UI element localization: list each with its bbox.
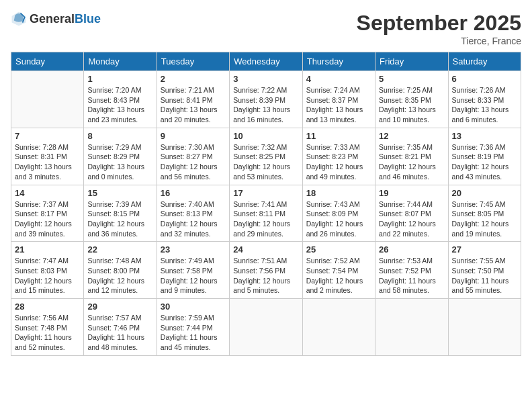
calendar-cell: 1Sunrise: 7:20 AM Sunset: 8:43 PM Daylig… bbox=[84, 71, 157, 128]
calendar-cell: 15Sunrise: 7:39 AM Sunset: 8:15 PM Dayli… bbox=[84, 185, 157, 242]
day-number: 15 bbox=[87, 188, 152, 198]
day-number: 1 bbox=[87, 74, 152, 84]
calendar-cell: 16Sunrise: 7:40 AM Sunset: 8:13 PM Dayli… bbox=[157, 185, 229, 242]
day-number: 11 bbox=[306, 131, 371, 141]
calendar-cell: 8Sunrise: 7:29 AM Sunset: 8:29 PM Daylig… bbox=[84, 128, 157, 185]
day-info: Sunrise: 7:30 AM Sunset: 8:27 PM Dayligh… bbox=[161, 142, 226, 182]
day-number: 4 bbox=[306, 74, 371, 84]
logo-icon bbox=[11, 11, 27, 27]
calendar-cell: 12Sunrise: 7:35 AM Sunset: 8:21 PM Dayli… bbox=[375, 128, 448, 185]
calendar-week-row: 21Sunrise: 7:47 AM Sunset: 8:03 PM Dayli… bbox=[11, 242, 521, 299]
day-info: Sunrise: 7:41 AM Sunset: 8:11 PM Dayligh… bbox=[233, 199, 298, 239]
day-number: 30 bbox=[161, 302, 226, 312]
weekday-header: Saturday bbox=[448, 52, 521, 71]
day-info: Sunrise: 7:45 AM Sunset: 8:05 PM Dayligh… bbox=[452, 199, 517, 239]
day-number: 13 bbox=[452, 131, 517, 141]
calendar-week-row: 14Sunrise: 7:37 AM Sunset: 8:17 PM Dayli… bbox=[11, 185, 521, 242]
day-info: Sunrise: 7:44 AM Sunset: 8:07 PM Dayligh… bbox=[379, 199, 444, 239]
day-number: 2 bbox=[161, 74, 226, 84]
day-info: Sunrise: 7:20 AM Sunset: 8:43 PM Dayligh… bbox=[87, 85, 152, 125]
day-number: 6 bbox=[452, 74, 517, 84]
day-info: Sunrise: 7:26 AM Sunset: 8:33 PM Dayligh… bbox=[452, 85, 517, 125]
calendar-cell: 29Sunrise: 7:57 AM Sunset: 7:46 PM Dayli… bbox=[84, 299, 157, 356]
weekday-header: Wednesday bbox=[230, 52, 302, 71]
day-info: Sunrise: 7:52 AM Sunset: 7:54 PM Dayligh… bbox=[306, 256, 371, 295]
day-number: 7 bbox=[15, 131, 80, 141]
day-number: 25 bbox=[306, 244, 371, 255]
title-area: September 2025 Tierce, France bbox=[357, 11, 521, 46]
day-info: Sunrise: 7:24 AM Sunset: 8:37 PM Dayligh… bbox=[306, 85, 371, 125]
calendar-cell: 30Sunrise: 7:59 AM Sunset: 7:44 PM Dayli… bbox=[157, 299, 229, 356]
calendar-cell: 21Sunrise: 7:47 AM Sunset: 8:03 PM Dayli… bbox=[11, 242, 84, 299]
day-number: 19 bbox=[379, 188, 444, 198]
logo: GeneralBlue bbox=[11, 11, 101, 27]
day-info: Sunrise: 7:28 AM Sunset: 8:31 PM Dayligh… bbox=[15, 142, 80, 182]
calendar-cell: 10Sunrise: 7:32 AM Sunset: 8:25 PM Dayli… bbox=[230, 128, 302, 185]
day-info: Sunrise: 7:32 AM Sunset: 8:25 PM Dayligh… bbox=[233, 142, 298, 182]
calendar-cell: 25Sunrise: 7:52 AM Sunset: 7:54 PM Dayli… bbox=[302, 242, 375, 299]
day-info: Sunrise: 7:21 AM Sunset: 8:41 PM Dayligh… bbox=[161, 85, 226, 125]
day-info: Sunrise: 7:29 AM Sunset: 8:29 PM Dayligh… bbox=[87, 142, 152, 182]
logo-general: General bbox=[30, 12, 75, 26]
day-number: 20 bbox=[452, 188, 517, 198]
day-number: 14 bbox=[15, 188, 80, 198]
calendar-week-row: 1Sunrise: 7:20 AM Sunset: 8:43 PM Daylig… bbox=[11, 71, 521, 128]
day-number: 22 bbox=[87, 244, 152, 255]
day-number: 21 bbox=[15, 244, 80, 255]
calendar-cell: 20Sunrise: 7:45 AM Sunset: 8:05 PM Dayli… bbox=[448, 185, 521, 242]
calendar-cell: 14Sunrise: 7:37 AM Sunset: 8:17 PM Dayli… bbox=[11, 185, 84, 242]
calendar-cell: 2Sunrise: 7:21 AM Sunset: 8:41 PM Daylig… bbox=[157, 71, 229, 128]
day-number: 28 bbox=[15, 302, 80, 312]
day-info: Sunrise: 7:35 AM Sunset: 8:21 PM Dayligh… bbox=[379, 142, 444, 182]
calendar-cell: 23Sunrise: 7:49 AM Sunset: 7:58 PM Dayli… bbox=[157, 242, 229, 299]
calendar-cell: 7Sunrise: 7:28 AM Sunset: 8:31 PM Daylig… bbox=[11, 128, 84, 185]
day-number: 24 bbox=[233, 244, 298, 255]
calendar-cell: 26Sunrise: 7:53 AM Sunset: 7:52 PM Dayli… bbox=[375, 242, 448, 299]
day-number: 5 bbox=[379, 74, 444, 84]
day-info: Sunrise: 7:22 AM Sunset: 8:39 PM Dayligh… bbox=[233, 85, 298, 125]
calendar-cell bbox=[448, 299, 521, 356]
day-info: Sunrise: 7:55 AM Sunset: 7:50 PM Dayligh… bbox=[452, 256, 517, 295]
calendar-cell: 22Sunrise: 7:48 AM Sunset: 8:00 PM Dayli… bbox=[84, 242, 157, 299]
day-info: Sunrise: 7:39 AM Sunset: 8:15 PM Dayligh… bbox=[87, 199, 152, 239]
logo-text: GeneralBlue bbox=[30, 13, 101, 25]
day-info: Sunrise: 7:33 AM Sunset: 8:23 PM Dayligh… bbox=[306, 142, 371, 182]
calendar-cell: 3Sunrise: 7:22 AM Sunset: 8:39 PM Daylig… bbox=[230, 71, 302, 128]
calendar-cell: 9Sunrise: 7:30 AM Sunset: 8:27 PM Daylig… bbox=[157, 128, 229, 185]
calendar-table: SundayMondayTuesdayWednesdayThursdayFrid… bbox=[11, 52, 521, 356]
month-title: September 2025 bbox=[357, 11, 521, 36]
day-info: Sunrise: 7:36 AM Sunset: 8:19 PM Dayligh… bbox=[452, 142, 517, 182]
calendar-cell: 18Sunrise: 7:43 AM Sunset: 8:09 PM Dayli… bbox=[302, 185, 375, 242]
day-number: 3 bbox=[233, 74, 298, 84]
calendar-cell: 13Sunrise: 7:36 AM Sunset: 8:19 PM Dayli… bbox=[448, 128, 521, 185]
calendar-cell bbox=[11, 71, 84, 128]
calendar-cell: 5Sunrise: 7:25 AM Sunset: 8:35 PM Daylig… bbox=[375, 71, 448, 128]
calendar-week-row: 7Sunrise: 7:28 AM Sunset: 8:31 PM Daylig… bbox=[11, 128, 521, 185]
calendar-cell: 6Sunrise: 7:26 AM Sunset: 8:33 PM Daylig… bbox=[448, 71, 521, 128]
logo-blue: Blue bbox=[75, 12, 101, 26]
day-info: Sunrise: 7:51 AM Sunset: 7:56 PM Dayligh… bbox=[233, 256, 298, 295]
day-number: 17 bbox=[233, 188, 298, 198]
day-info: Sunrise: 7:43 AM Sunset: 8:09 PM Dayligh… bbox=[306, 199, 371, 239]
day-info: Sunrise: 7:48 AM Sunset: 8:00 PM Dayligh… bbox=[87, 256, 152, 295]
calendar-header-row: SundayMondayTuesdayWednesdayThursdayFrid… bbox=[11, 52, 521, 71]
day-number: 18 bbox=[306, 188, 371, 198]
location-title: Tierce, France bbox=[357, 36, 521, 46]
calendar-cell bbox=[302, 299, 375, 356]
weekday-header: Monday bbox=[84, 52, 157, 71]
calendar-cell bbox=[375, 299, 448, 356]
day-info: Sunrise: 7:49 AM Sunset: 7:58 PM Dayligh… bbox=[161, 256, 226, 295]
day-number: 9 bbox=[161, 131, 226, 141]
calendar-cell: 11Sunrise: 7:33 AM Sunset: 8:23 PM Dayli… bbox=[302, 128, 375, 185]
page-header: GeneralBlue September 2025 Tierce, Franc… bbox=[11, 11, 521, 46]
day-info: Sunrise: 7:57 AM Sunset: 7:46 PM Dayligh… bbox=[87, 313, 152, 353]
day-number: 26 bbox=[379, 244, 444, 255]
day-number: 8 bbox=[87, 131, 152, 141]
day-number: 23 bbox=[161, 244, 226, 255]
day-number: 10 bbox=[233, 131, 298, 141]
day-number: 27 bbox=[452, 244, 517, 255]
calendar-cell: 28Sunrise: 7:56 AM Sunset: 7:48 PM Dayli… bbox=[11, 299, 84, 356]
calendar-week-row: 28Sunrise: 7:56 AM Sunset: 7:48 PM Dayli… bbox=[11, 299, 521, 356]
weekday-header: Thursday bbox=[302, 52, 375, 71]
day-info: Sunrise: 7:37 AM Sunset: 8:17 PM Dayligh… bbox=[15, 199, 80, 239]
